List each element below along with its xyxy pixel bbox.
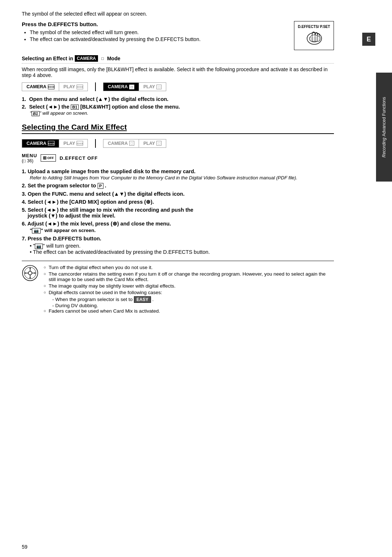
tips-content: Turn off the digital effect when you do … <box>44 265 334 315</box>
step-main-bullets-7: • "📷" will turn green. • The effect can … <box>30 243 334 255</box>
camera-label-mid-2: CAMERA <box>108 141 128 146</box>
camera-mode-badge: CAMERA <box>75 55 98 62</box>
steps-top: 1. Open the menu and select (▲▼) the dig… <box>22 96 334 116</box>
step-main-text-6: Adjust (◄►) the mix level, press (⊛) and… <box>28 221 171 227</box>
step-top-1: 1. Open the menu and select (▲▼) the dig… <box>22 96 334 102</box>
deffect-icon-box: ⊞ OFF <box>41 154 56 162</box>
play-label-mid-2: PLAY <box>143 141 155 146</box>
camera-row-mid: CAMERA ▭▭ PLAY ▭▭ CAMERA □ PLAY □ <box>22 139 334 148</box>
step-main-text-5: Select (◄►) the still image to mix with … <box>22 207 193 219</box>
step-main-note-6: "📷" will appear on screen. <box>30 228 334 233</box>
step-main-num-6: 6. <box>22 221 26 227</box>
hand-press-icon <box>304 31 324 47</box>
step-main-num-1: 1. <box>22 168 26 174</box>
play-card-btn: PLAY □ <box>139 83 166 91</box>
step-main-num-3: 3. <box>22 191 26 197</box>
camera-card-btn-mid: CAMERA □ <box>103 139 139 147</box>
step-text-2: Select (◄►) the B1 [BLK&WHT] option and … <box>29 104 180 110</box>
tips-icon <box>22 265 38 281</box>
step-main-num-5: 5. <box>22 207 26 213</box>
play-tape-btn-mid: PLAY ▭▭ <box>59 139 87 147</box>
play-label-1: PLAY <box>64 84 75 89</box>
camera-label-mid-1: CAMERA <box>26 141 46 146</box>
camera-label-1: CAMERA <box>26 84 46 89</box>
tip-2: The camcorder retains the setting even i… <box>44 271 334 282</box>
menu-row: MENU (□ 36) ⊞ OFF D.EFFECT OFF <box>22 153 334 163</box>
steps-list-top: 1. Open the menu and select (▲▼) the dig… <box>22 96 334 116</box>
card-icon-mid-2: □ <box>129 141 134 146</box>
step-main-5: 5. Select (◄►) the still image to mix wi… <box>22 207 334 219</box>
off-superscript: OFF <box>47 156 54 160</box>
vertical-divider-1 <box>95 82 96 91</box>
card-icon-2: □ <box>129 85 134 89</box>
svg-marker-10 <box>29 277 31 279</box>
dotted-divider <box>22 63 334 64</box>
sidebar-label-1: Advanced Functions <box>381 97 387 137</box>
bullet-7-1: • "📷" will turn green. <box>30 243 334 249</box>
play-card-btn-mid: PLAY □ <box>139 139 166 147</box>
step-main-text-3: Open the FUNC. menu and select (▲▼) the … <box>28 191 184 197</box>
play-label-2: PLAY <box>143 84 155 89</box>
section-main-title: Selecting the Card Mix Effect <box>22 123 334 134</box>
tips-list: Turn off the digital effect when you do … <box>44 265 334 314</box>
deffect-text: D.EFFECT OFF <box>60 155 98 161</box>
play-tape-btn: PLAY ▭▭ <box>59 83 87 91</box>
vertical-divider-2 <box>95 139 96 148</box>
selecting-mode-header: Selecting an Effect in CAMERA □ Mode <box>22 55 334 62</box>
step-main-text-2: Set the program selector to P . <box>28 183 106 188</box>
tip-5: Faders cannot be used when Card Mix is a… <box>44 308 334 314</box>
step-main-num-7: 7. <box>22 236 26 241</box>
tape-icon-play-1: ▭▭ <box>77 85 83 89</box>
step-main-num-2: 2. <box>22 183 26 188</box>
sidebar-label-2: Recording <box>381 138 387 158</box>
svg-point-4 <box>28 271 32 275</box>
step-num-2: 2. <box>22 104 26 110</box>
selecting-mode-prefix: Selecting an Effect in <box>22 56 73 61</box>
deffects-box-label: D.EFFECTS/ P.SET <box>298 25 330 29</box>
cam-group-mid-1: CAMERA ▭▭ PLAY ▭▭ <box>22 139 88 148</box>
step-main-sub-1: Refer to Adding Still Images from Your C… <box>30 175 334 180</box>
press-deffects-content: Press the D.EFFECTS button. The symbol o… <box>22 21 287 43</box>
intro-text: The symbol of the selected effect will a… <box>22 11 334 17</box>
play-label-mid-1: PLAY <box>64 141 75 146</box>
bullet-7-2: • The effect can be activated/deactivate… <box>30 249 334 255</box>
e-label: E <box>362 33 375 46</box>
bullet-2: The effect can be activated/deactivated … <box>30 36 287 42</box>
menu-sub: (□ 36) <box>22 158 37 163</box>
camera-tape-btn-active: CAMERA ▭▭ <box>22 139 59 147</box>
camera-card-btn-active: CAMERA □ <box>103 83 139 91</box>
step-main-2: 2. Set the program selector to P . <box>22 183 334 189</box>
sidebar-text: Recording Advanced Functions <box>381 97 387 158</box>
menu-label: MENU <box>22 153 37 158</box>
step-main-num-4: 4. <box>22 199 26 205</box>
svg-marker-12 <box>34 272 36 274</box>
cam-group-1: CAMERA ▭▭ PLAY ▭▭ <box>22 82 88 91</box>
menu-label-block: MENU (□ 36) <box>22 153 37 163</box>
page-number: 59 <box>22 544 28 550</box>
card-icon-play-mid-2: □ <box>156 141 162 146</box>
step-main-7: 7. Press the D.EFFECTS button. • "📷" wil… <box>22 236 334 255</box>
step-main-text-7: Press the D.EFFECTS button. <box>28 236 101 241</box>
tape-icon-1: ▭▭ <box>48 85 54 89</box>
section-press-deffects: Press the D.EFFECTS button. The symbol o… <box>22 21 334 50</box>
camera-row-top: CAMERA ▭▭ PLAY ▭▭ CAMERA □ PLAY □ <box>22 82 334 91</box>
tips-box: Turn off the digital effect when you do … <box>22 261 334 315</box>
card-icon-play-2: □ <box>156 85 162 89</box>
step-main-1: 1. Upload a sample image from the suppli… <box>22 168 334 180</box>
step-num-1: 1. <box>22 96 26 102</box>
mode-description: When recording still images, only the [B… <box>22 66 334 78</box>
easy-badge: EASY <box>134 296 151 303</box>
camera-label-2: CAMERA <box>108 84 128 89</box>
svg-marker-9 <box>29 267 31 269</box>
tip-sub-1: - When the program selector is set to EA… <box>44 296 334 303</box>
step-main-6: 6. Adjust (◄►) the mix level, press (⊛) … <box>22 221 334 233</box>
tape-icon-mid-1: ▭▭ <box>48 141 54 146</box>
deffects-button-box: D.EFFECTS/ P.SET <box>294 21 334 50</box>
selecting-mode-suffix: Mode <box>107 56 121 61</box>
cam-group-mid-2: CAMERA □ PLAY □ <box>103 139 166 148</box>
camera-mode-icon: □ <box>99 56 106 61</box>
camera-tape-btn: CAMERA ▭▭ <box>22 83 59 91</box>
tip-3: The image quality may be slightly lower … <box>44 283 334 289</box>
step-text-1: Open the menu and select (▲▼) the digita… <box>29 96 168 102</box>
tip-sub-2: - During DV dubbing. <box>44 303 334 308</box>
